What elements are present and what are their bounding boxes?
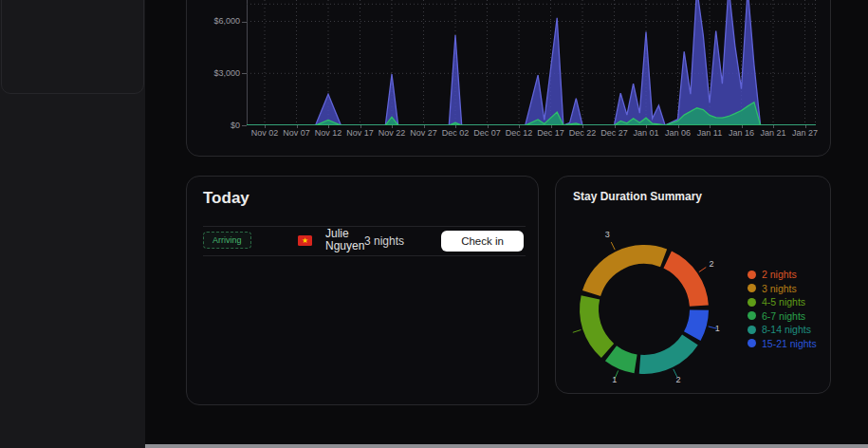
legend-label: 2 nights <box>762 269 797 280</box>
x-tick-mark <box>646 125 647 128</box>
legend-item[interactable]: 4-5 nights <box>748 295 817 309</box>
check-in-button[interactable]: Check in <box>441 231 524 252</box>
stay-duration-panel: 21213 Stay Duration Summary 2 nights3 ni… <box>555 176 831 394</box>
legend-item[interactable]: 2 nights <box>748 268 817 282</box>
donut-segment[interactable] <box>592 254 664 293</box>
segment-data-label: 3 <box>605 230 610 239</box>
stay-length: 3 nights <box>364 234 404 248</box>
segment-data-label: 1 <box>715 324 720 333</box>
sidebar-card <box>1 0 144 94</box>
divider <box>203 226 526 227</box>
x-tick-mark <box>773 125 774 128</box>
x-tick-mark <box>455 125 456 128</box>
x-tick-mark <box>805 125 806 128</box>
legend-label: 6-7 nights <box>762 310 805 322</box>
x-tick-mark <box>392 125 393 128</box>
donut-segment[interactable] <box>589 297 608 350</box>
legend-swatch-icon <box>748 311 756 320</box>
x-tick-mark <box>328 125 329 128</box>
vietnam-flag-icon: ★ <box>298 235 312 246</box>
area-series-total-revenue-blue <box>247 0 816 125</box>
y-tick-label: $3,000 <box>189 68 240 78</box>
x-tick-mark <box>678 125 679 128</box>
horizontal-scrollbar-track[interactable] <box>145 444 868 448</box>
legend-label: 15-21 nights <box>762 338 817 349</box>
segment-leader-line <box>611 242 615 250</box>
x-tick-mark <box>519 125 520 128</box>
legend-swatch-icon <box>748 271 756 279</box>
legend-item[interactable]: 6-7 nights <box>748 309 817 324</box>
legend-swatch-icon <box>748 298 756 307</box>
x-tick-mark <box>424 125 425 128</box>
segment-leader-line <box>573 330 582 333</box>
x-tick-mark <box>582 125 583 128</box>
x-tick-mark <box>710 125 711 128</box>
legend-item[interactable]: 8-14 nights <box>748 323 817 337</box>
today-panel-title: Today <box>203 189 249 208</box>
legend-swatch-icon <box>748 326 756 334</box>
legend-label: 4-5 nights <box>762 296 805 308</box>
x-tick-mark <box>742 125 743 128</box>
legend-label: 3 nights <box>762 283 797 294</box>
x-tick-mark <box>488 125 489 128</box>
sidebar <box>0 0 145 448</box>
x-tick-mark <box>615 125 616 128</box>
segment-data-label: 2 <box>676 375 681 384</box>
donut-segment[interactable] <box>693 310 699 336</box>
y-tick-mark <box>242 73 247 74</box>
x-tick-mark <box>265 125 266 128</box>
legend-item[interactable]: 15-21 nights <box>748 337 817 351</box>
x-tick-label: Jan 27 <box>786 128 824 138</box>
donut-segment[interactable] <box>611 353 636 364</box>
legend-swatch-icon <box>748 339 756 347</box>
legend-item[interactable]: 3 nights <box>748 282 817 296</box>
segment-data-label: 1 <box>612 375 617 384</box>
segment-leader-line <box>699 268 706 272</box>
horizontal-scrollbar-thumb[interactable] <box>145 444 868 448</box>
revenue-area-chart[interactable] <box>247 0 816 125</box>
star-icon: ★ <box>302 237 308 245</box>
arriving-status-badge: Arriving <box>203 232 251 249</box>
duration-legend: 2 nights3 nights4-5 nights6-7 nights8-14… <box>748 268 817 350</box>
segment-data-label: 2 <box>710 259 714 269</box>
y-tick-mark <box>242 125 247 126</box>
dashboard-page: $0$3,000$6,000 Nov 02Nov 07Nov 12Nov 17N… <box>0 0 868 448</box>
x-tick-mark <box>297 125 298 128</box>
y-tick-mark <box>242 22 247 23</box>
stay-duration-title: Stay Duration Summary <box>573 190 702 203</box>
x-tick-mark <box>360 125 361 128</box>
x-tick-mark <box>551 125 552 128</box>
legend-swatch-icon <box>748 284 756 292</box>
revenue-chart-panel: $0$3,000$6,000 Nov 02Nov 07Nov 12Nov 17N… <box>186 0 831 157</box>
today-panel: Today Arriving ★ Julie Nguyen 3 nights C… <box>186 176 539 405</box>
legend-label: 8-14 nights <box>762 324 811 335</box>
donut-segment[interactable] <box>640 340 691 364</box>
y-tick-label: $6,000 <box>189 16 240 26</box>
y-tick-label: $0 <box>189 121 240 130</box>
donut-segment[interactable] <box>668 260 699 307</box>
divider <box>203 255 526 256</box>
